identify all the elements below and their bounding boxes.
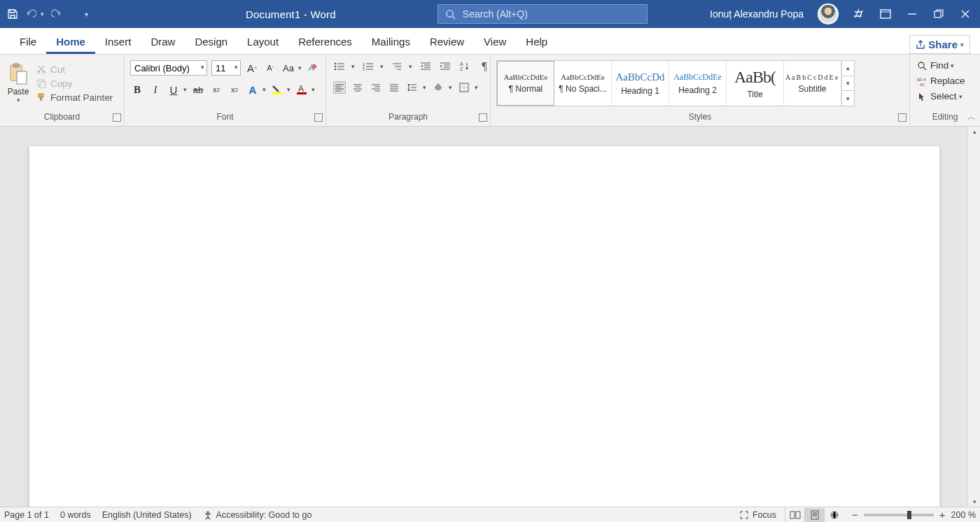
minimize-button[interactable] bbox=[906, 8, 918, 20]
line-spacing-dropdown-icon[interactable]: ▾ bbox=[423, 84, 426, 91]
account-name[interactable]: Ionuț Alexandru Popa bbox=[710, 8, 804, 20]
align-right-button[interactable] bbox=[370, 81, 382, 94]
select-button[interactable]: Select ▾ bbox=[914, 90, 965, 103]
subscript-button[interactable]: x2 bbox=[209, 83, 223, 97]
tab-view[interactable]: View bbox=[474, 31, 516, 54]
clipboard-dialog-icon[interactable] bbox=[113, 113, 121, 122]
ribbon-display-icon[interactable] bbox=[879, 8, 892, 20]
highlight-button[interactable] bbox=[270, 83, 284, 97]
web-layout-button[interactable] bbox=[824, 508, 844, 522]
close-button[interactable] bbox=[959, 8, 972, 20]
avatar[interactable] bbox=[818, 3, 839, 24]
zoom-in-button[interactable]: + bbox=[939, 509, 946, 521]
undo-icon[interactable] bbox=[25, 8, 36, 20]
italic-button[interactable]: I bbox=[148, 83, 162, 97]
numbering-dropdown-icon[interactable]: ▾ bbox=[380, 63, 384, 70]
increase-indent-button[interactable] bbox=[439, 60, 451, 73]
style-heading-2[interactable]: AaBbCcDdEe Heading 2 bbox=[669, 61, 727, 106]
highlight-dropdown-icon[interactable]: ▾ bbox=[287, 86, 290, 93]
status-page[interactable]: Page 1 of 1 bbox=[4, 510, 49, 520]
scroll-up-icon[interactable]: ▴ bbox=[968, 127, 980, 136]
tab-review[interactable]: Review bbox=[420, 31, 474, 54]
tab-draw[interactable]: Draw bbox=[141, 31, 185, 54]
underline-dropdown-icon[interactable]: ▾ bbox=[183, 86, 187, 93]
decrease-indent-button[interactable] bbox=[419, 60, 432, 73]
scroll-down-icon[interactable]: ▾ bbox=[968, 497, 980, 507]
select-dropdown-icon[interactable]: ▾ bbox=[959, 93, 962, 100]
shrink-font-button[interactable]: Aˇ bbox=[263, 61, 277, 75]
bullets-dropdown-icon[interactable]: ▾ bbox=[351, 63, 355, 70]
font-size-combo[interactable]: 11▾ bbox=[211, 60, 241, 76]
gallery-more-icon[interactable]: ▾ bbox=[842, 91, 854, 106]
focus-mode-button[interactable]: Focus bbox=[739, 510, 776, 520]
style-no-spacing[interactable]: AaBbCcDdEe ¶ No Spaci... bbox=[554, 61, 612, 106]
shading-button[interactable] bbox=[432, 81, 444, 94]
format-painter-button[interactable]: Format Painter bbox=[35, 92, 114, 104]
text-effects-button[interactable]: A bbox=[246, 83, 260, 97]
status-accessibility[interactable]: Accessibility: Good to go bbox=[203, 510, 312, 520]
tab-help[interactable]: Help bbox=[516, 31, 557, 54]
share-button[interactable]: Share ▾ bbox=[909, 35, 970, 54]
style-normal[interactable]: AaBbCcDdEe ¶ Normal bbox=[497, 61, 554, 106]
line-spacing-button[interactable] bbox=[406, 81, 419, 94]
tab-file[interactable]: File bbox=[10, 31, 46, 54]
find-dropdown-icon[interactable]: ▾ bbox=[951, 62, 954, 69]
change-case-dropdown-icon[interactable]: ▾ bbox=[298, 64, 302, 71]
vertical-scrollbar[interactable]: ▴ ▾ bbox=[967, 127, 980, 507]
document-page[interactable] bbox=[29, 146, 939, 507]
grow-font-button[interactable]: A^ bbox=[245, 61, 259, 75]
font-color-button[interactable]: A bbox=[295, 83, 309, 97]
status-language[interactable]: English (United States) bbox=[102, 510, 192, 520]
collapse-ribbon-icon[interactable]: ︿ bbox=[967, 111, 976, 123]
zoom-slider[interactable] bbox=[864, 514, 934, 516]
numbering-button[interactable]: 123 bbox=[362, 60, 374, 73]
print-layout-button[interactable] bbox=[804, 508, 824, 522]
bold-button[interactable]: B bbox=[130, 83, 144, 97]
tab-references[interactable]: References bbox=[288, 31, 362, 54]
underline-button[interactable]: U bbox=[167, 83, 181, 97]
tab-layout[interactable]: Layout bbox=[237, 31, 288, 54]
search-input[interactable]: Search (Alt+Q) bbox=[438, 4, 648, 24]
shading-dropdown-icon[interactable]: ▾ bbox=[449, 84, 452, 91]
text-effects-dropdown-icon[interactable]: ▾ bbox=[262, 86, 266, 93]
sort-button[interactable]: AZ bbox=[458, 60, 471, 73]
find-button[interactable]: Find ▾ bbox=[914, 59, 957, 72]
copy-button[interactable]: Copy bbox=[35, 78, 114, 90]
coming-soon-icon[interactable] bbox=[853, 8, 865, 20]
gallery-up-icon[interactable]: ▴ bbox=[842, 61, 854, 76]
font-dialog-icon[interactable] bbox=[314, 113, 323, 122]
tab-design[interactable]: Design bbox=[185, 31, 237, 54]
paragraph-dialog-icon[interactable] bbox=[479, 113, 487, 122]
paste-dropdown-icon[interactable]: ▾ bbox=[4, 97, 32, 104]
multilevel-dropdown-icon[interactable]: ▾ bbox=[409, 63, 412, 70]
change-case-button[interactable]: Aa bbox=[281, 61, 295, 75]
strikethrough-button[interactable]: ab bbox=[191, 83, 205, 97]
share-dropdown-icon[interactable]: ▾ bbox=[960, 41, 964, 48]
font-color-dropdown-icon[interactable]: ▾ bbox=[312, 86, 315, 93]
qat-customize-icon[interactable]: ▾ bbox=[80, 8, 92, 20]
replace-button[interactable]: abac Replace bbox=[914, 74, 968, 87]
restore-button[interactable] bbox=[932, 8, 945, 20]
bullets-button[interactable] bbox=[333, 60, 346, 73]
save-icon[interactable] bbox=[7, 8, 18, 20]
redo-icon[interactable] bbox=[51, 8, 62, 20]
justify-button[interactable] bbox=[388, 81, 400, 94]
style-subtitle[interactable]: AaBbCcDdEe Subtitle bbox=[784, 61, 841, 106]
zoom-out-button[interactable]: − bbox=[852, 509, 858, 521]
multilevel-list-button[interactable] bbox=[391, 60, 403, 73]
align-left-button[interactable] bbox=[333, 81, 346, 94]
paste-button[interactable]: Paste ▾ bbox=[4, 63, 32, 104]
borders-button[interactable] bbox=[458, 81, 470, 94]
show-marks-button[interactable]: ¶ bbox=[478, 60, 491, 73]
styles-dialog-icon[interactable] bbox=[898, 113, 906, 122]
zoom-thumb[interactable] bbox=[907, 511, 911, 519]
cut-button[interactable]: Cut bbox=[35, 64, 114, 76]
tab-insert[interactable]: Insert bbox=[95, 31, 141, 54]
tab-mailings[interactable]: Mailings bbox=[362, 31, 420, 54]
superscript-button[interactable]: x2 bbox=[227, 83, 241, 97]
clear-formatting-button[interactable]: A bbox=[306, 61, 320, 75]
tab-home[interactable]: Home bbox=[46, 31, 95, 54]
undo-dropdown-icon[interactable]: ▾ bbox=[41, 10, 44, 17]
read-mode-button[interactable] bbox=[785, 508, 804, 522]
status-word-count[interactable]: 0 words bbox=[60, 510, 91, 520]
